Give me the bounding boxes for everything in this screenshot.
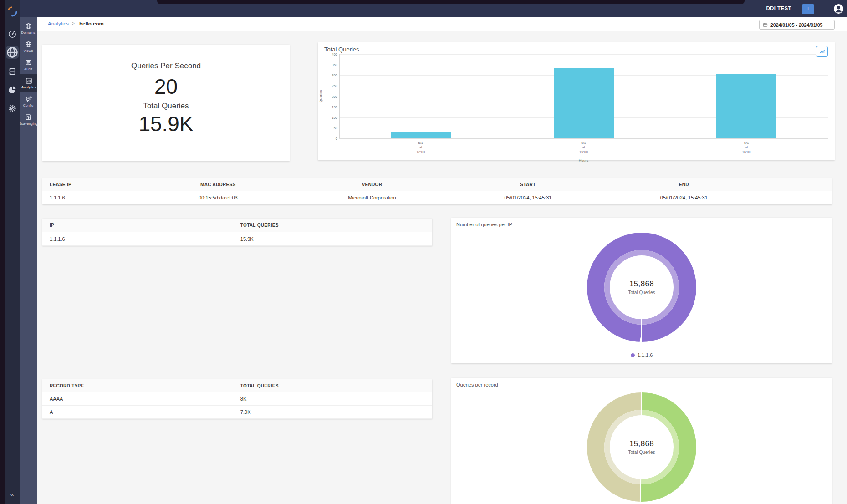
rail-gauge-icon[interactable] [8,30,16,39]
app-root: DDI TEST + « DomainsViewsAuditAnalyticsC… [0,0,847,504]
table-row: A7.9K [42,406,432,419]
donut-legend-item[interactable]: 1.1.1.6 [451,352,832,358]
calendar-icon [763,22,768,27]
sidebar-item-label: Scavenging [19,122,37,126]
qps-label: Queries Per Second [42,61,290,71]
bar-5/1 at 12:00[interactable] [391,132,451,138]
donut-title: Queries per record [456,382,498,387]
total-queries-bar-chart: 050100150200250300350400Queries5/1at12:0… [318,42,835,160]
table-cell: 05/01/2024, 15:45:31 [607,195,761,200]
queries-per-ip-donut-chart: 15,868 Total Queries [580,225,704,349]
donut-slice[interactable] [607,253,676,322]
breadcrumb-current-page: hello.com [79,21,104,26]
sidebar-item-scavenging[interactable]: Scavenging [20,111,37,129]
date-range-value: 2024/01/05 - 2024/01/05 [770,22,822,28]
date-range-picker[interactable]: 2024/01/05 - 2024/01/05 [759,20,835,30]
sidebar-item-label: Views [24,49,33,53]
sidebar-items: DomainsViewsAuditAnalyticsConfigScavengi… [20,20,37,129]
table-header-row: LEASE IPMAC ADDRESSVENDORSTARTEND [42,178,832,191]
legend-label: 1.1.1.6 [638,352,653,358]
sidebar-item-domains[interactable]: Domains [20,20,37,38]
icon-rail: « [5,0,20,504]
table-cell: 05/01/2024, 15:45:31 [449,195,607,200]
table-cell: 15.9K [240,236,432,242]
queries-summary-card: Queries Per Second 20 Total Queries 15.9… [42,45,290,161]
column-header: START [449,182,607,187]
gridline [339,65,828,65]
breadcrumb-analytics-link[interactable]: Analytics [48,21,69,26]
table-row: 1.1.1.615.9K [42,232,432,246]
sidebar-item-config[interactable]: Config [20,92,37,111]
bar-5/1 at 16:00[interactable] [716,74,776,138]
nav-sidebar: DomainsViewsAuditAnalyticsConfigScavengi… [20,17,37,504]
table-row: 1.1.1.600:15:5d:da:ef:03Microsoft Corpor… [42,191,832,204]
bar-5/1 at 15:00[interactable] [554,68,614,138]
table-header-row: RECORD TYPETOTAL QUERIES [42,379,432,392]
queries-per-record-donut-card: Queries per record 15,868 Total Queries [451,378,832,504]
gridline [339,138,828,139]
breadcrumb-separator: > [72,21,75,26]
sidebar-item-label: Domains [21,31,36,35]
table-cell: Microsoft Corporation [295,195,449,200]
column-header: LEASE IP [42,182,141,187]
total-queries-chart-card: 050100150200250300350400Queries5/1at12:0… [318,42,835,160]
column-header: END [607,182,761,187]
sidebar-item-label: Config [23,103,34,107]
top-bar: DDI TEST + [20,0,847,17]
gridline [339,54,828,55]
total-queries-value: 15.9K [42,112,290,136]
add-button[interactable]: + [802,4,814,14]
column-header: RECORD TYPE [42,383,240,388]
lease-table: LEASE IPMAC ADDRESSVENDORSTARTEND1.1.1.6… [42,178,832,204]
queries-per-ip-table: IPTOTAL QUERIES1.1.1.615.9K [42,219,432,246]
column-header: VENDOR [295,182,449,187]
x-tick-label: 5/1at16:00 [728,141,765,154]
queries-per-record-donut-chart: 15,868 Total Queries [580,385,704,504]
y-tick-label: 0 [318,137,337,141]
table-header-row: IPTOTAL QUERIES [42,219,432,232]
qps-value: 20 [42,75,290,98]
x-tick-label: 5/1at15:00 [566,141,602,154]
breadcrumb-bar: Analytics > hello.com 2024/01/05 - 2024/… [37,17,847,31]
table-cell: AAAA [42,396,240,402]
app-logo-icon[interactable] [6,5,18,18]
y-tick-label: 100 [318,116,337,120]
expand-chart-button[interactable] [816,46,828,57]
y-axis-title: Queries [319,82,323,110]
table-cell: 1.1.1.6 [42,236,240,242]
rail-pie-chart-icon[interactable] [8,86,16,94]
queries-per-ip-donut-card: Number of queries per IP 15,868 Total Qu… [451,218,832,363]
outer-edge-strip [0,0,5,504]
legend-dot [631,353,635,357]
org-name-label: DDI TEST [766,5,791,11]
table-cell: 7.9K [240,409,432,415]
y-tick-label: 400 [318,52,337,56]
sidebar-item-analytics[interactable]: Analytics [20,74,37,92]
x-tick-label: 5/1at12:00 [403,141,439,154]
table-row: AAAA8K [42,392,432,406]
queries-per-record-table: RECORD TYPETOTAL QUERIESAAAA8KA7.9K [42,379,432,419]
line-chart-icon [819,48,826,55]
sidebar-item-audit[interactable]: Audit [20,56,37,74]
column-header: TOTAL QUERIES [240,383,432,388]
rail-settings-wrench-icon[interactable] [8,104,16,113]
collapse-sidebar-button[interactable]: « [5,491,20,498]
table-cell: A [42,409,240,415]
x-axis-title: Hours [570,158,597,163]
sidebar-item-label: Analytics [21,85,36,89]
column-header: MAC ADDRESS [141,182,295,187]
y-tick-label: 300 [318,73,337,77]
donut-title: Number of queries per IP [456,222,512,227]
table-cell: 8K [240,396,432,402]
chart-title: Total Queries [324,46,359,53]
user-avatar-icon[interactable] [833,4,844,14]
column-header: TOTAL QUERIES [240,223,432,228]
table-cell: 00:15:5d:da:ef:03 [141,195,295,200]
sidebar-item-views[interactable]: Views [20,38,37,56]
rail-dns-globe-icon[interactable] [6,46,19,59]
y-axis [339,54,340,138]
y-tick-label: 50 [318,126,337,130]
rail-server-audit-icon[interactable] [8,67,16,76]
total-queries-label: Total Queries [42,101,290,111]
y-tick-label: 350 [318,63,337,67]
